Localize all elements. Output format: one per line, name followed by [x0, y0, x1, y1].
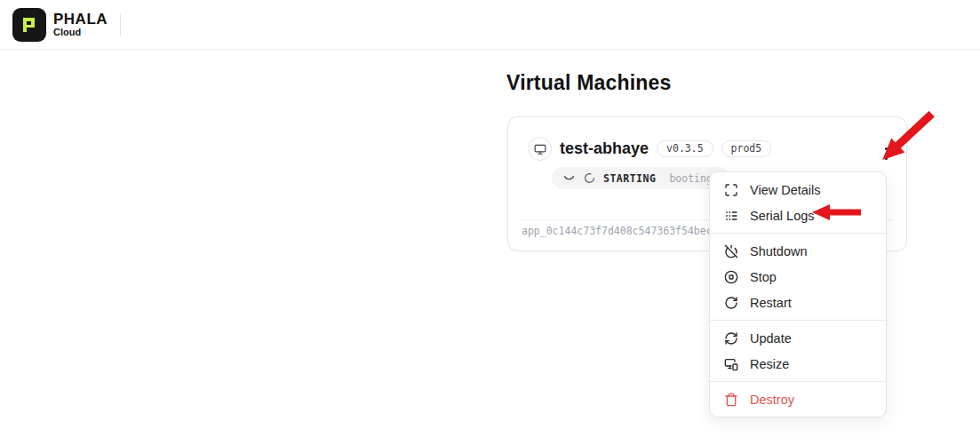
menu-item-resize[interactable]: Resize — [710, 351, 886, 377]
menu-item-label: Resize — [750, 357, 789, 371]
vm-status-pill[interactable]: STARTING booting — [552, 167, 729, 189]
menu-separator — [710, 320, 886, 321]
page-title: Virtual Machines — [506, 71, 672, 95]
vm-actions-menu-button[interactable] — [874, 142, 897, 165]
monitor-resize-icon — [723, 356, 738, 371]
menu-item-destroy[interactable]: Destroy — [710, 386, 886, 412]
menu-separator — [710, 233, 886, 234]
phala-p-glyph — [19, 14, 40, 36]
vm-card-header: test-abhaye v0.3.5 prod5 — [528, 137, 771, 161]
menu-item-label: Serial Logs — [750, 209, 815, 223]
menu-item-label: Update — [750, 331, 792, 346]
menu-item-restart[interactable]: Restart — [710, 290, 886, 315]
chevron-down-icon — [562, 171, 576, 185]
brand-subtitle: Cloud — [53, 28, 108, 37]
rotate-cw-icon — [723, 295, 738, 310]
brand-text: PHALA Cloud — [53, 12, 108, 37]
vm-status-detail: booting — [669, 172, 712, 185]
vm-monitor-icon — [528, 137, 552, 161]
menu-item-label: Shutdown — [750, 244, 808, 258]
refresh-cw-icon — [723, 330, 738, 346]
logs-list-icon — [723, 208, 738, 223]
vm-status-text: STARTING — [603, 172, 656, 185]
menu-item-serial-logs[interactable]: Serial Logs — [710, 203, 886, 228]
menu-item-update[interactable]: Update — [710, 325, 886, 351]
top-bar: PHALA Cloud — [0, 0, 980, 50]
vm-version-badge: v0.3.5 — [657, 140, 713, 158]
vm-name: test-abhaye — [560, 139, 649, 158]
menu-item-view-details[interactable]: View Details — [710, 177, 886, 203]
menu-item-label: Restart — [750, 296, 792, 310]
spinner-icon — [584, 172, 595, 184]
power-off-icon — [723, 243, 738, 258]
menu-item-stop[interactable]: Stop — [710, 264, 886, 290]
stop-circle-icon — [723, 269, 738, 284]
menu-item-label: Destroy — [750, 393, 794, 407]
trash-icon — [723, 392, 738, 407]
app-window: PHALA Cloud Virtual Machines test-abhaye… — [0, 0, 980, 445]
scan-expand-icon — [723, 182, 738, 197]
vm-cluster-badge: prod5 — [721, 140, 772, 158]
phala-logo-icon[interactable] — [12, 8, 46, 42]
menu-item-label: Stop — [750, 270, 777, 284]
menu-separator — [710, 381, 886, 382]
menu-item-label: View Details — [750, 183, 821, 197]
vm-context-menu: View Details Serial Logs Shutdown — [709, 171, 887, 417]
topbar-divider — [120, 13, 121, 36]
brand-name: PHALA — [53, 12, 108, 27]
menu-item-shutdown[interactable]: Shutdown — [710, 238, 886, 264]
